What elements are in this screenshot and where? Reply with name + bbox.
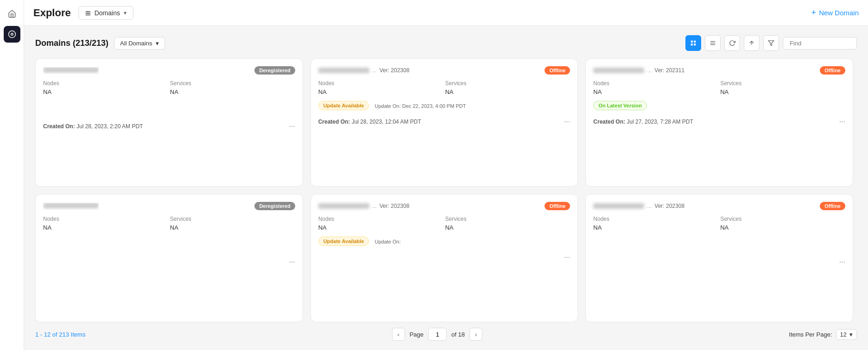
items-per-page-label: Items Per Page: [789, 331, 832, 338]
find-input[interactable] [783, 37, 857, 50]
more-options-button[interactable]: ··· [564, 118, 570, 126]
page-number-input[interactable] [428, 328, 447, 341]
created-on: Created On: Jul 27, 2023, 7:28 AM PDT [593, 119, 693, 125]
card-footer: Created On: Jul 28, 2023, 2:20 AM PDT··· [43, 122, 295, 131]
plus-icon: + [811, 8, 817, 18]
status-badge: Deregistered [254, 202, 295, 210]
page-label: Page [410, 331, 424, 338]
card-stats: NodesServicesNANA [593, 216, 845, 231]
cards-grid: DeregisteredNodesServicesNANACreated On:… [35, 58, 857, 322]
new-domain-label: New Domain [819, 9, 859, 17]
prev-page-button[interactable]: ‹ [392, 328, 405, 341]
new-domain-button[interactable]: + New Domain [811, 8, 859, 18]
on-latest-version-badge: On Latest Version [593, 101, 647, 110]
card-name [43, 67, 99, 74]
status-badge: Offline [545, 66, 570, 75]
top-bar-left: Explore ⊞ Domains ▾ [33, 6, 133, 20]
domain-card[interactable]: ...Ver: 202308OfflineNodesServicesNANA··… [585, 194, 853, 322]
filter-button[interactable] [763, 35, 779, 51]
pagination-right: Items Per Page: 12 ▾ [789, 329, 857, 340]
content-area: Domains (213/213) All Domains ▾ [24, 26, 868, 350]
nodes-value: NA [318, 88, 444, 95]
sidebar-home-icon[interactable] [4, 6, 20, 22]
top-bar: Explore ⊞ Domains ▾ + New Domain [24, 0, 868, 26]
services-value: NA [720, 88, 845, 95]
status-badge: Deregistered [254, 66, 295, 75]
nodes-label: Nodes [318, 216, 444, 222]
next-page-button[interactable]: › [469, 328, 482, 341]
more-options-button[interactable]: ··· [289, 258, 295, 266]
card-stats: NodesServicesNANA [43, 80, 295, 95]
card-header: Deregistered [43, 202, 295, 210]
card-stats: NodesServicesNANA [43, 216, 295, 231]
services-label: Services [170, 80, 295, 87]
domain-card[interactable]: ...Ver: 202311OfflineNodesServicesNANAOn… [585, 58, 853, 187]
items-per-page-value: 12 [840, 331, 847, 338]
card-footer: Created On: Jul 27, 2023, 7:28 AM PDT··· [593, 118, 845, 126]
nodes-label: Nodes [593, 216, 718, 222]
card-header: Deregistered [43, 66, 295, 75]
card-update-row: Update AvailableUpdate On: [318, 237, 570, 246]
svg-point-0 [8, 31, 15, 38]
page-title: Explore [33, 7, 71, 19]
services-value: NA [720, 224, 845, 231]
sort-button[interactable] [744, 35, 760, 51]
domain-card[interactable]: DeregisteredNodesServicesNANACreated On:… [35, 58, 303, 187]
pagination-center: ‹ Page of 18 › [392, 328, 482, 341]
card-footer: Created On: Jul 28, 2023, 12:04 AM PDT··… [318, 118, 570, 126]
status-badge: Offline [820, 66, 845, 75]
grid-view-button[interactable] [685, 35, 701, 51]
services-label: Services [170, 216, 295, 222]
total-pages-label: of 18 [451, 331, 465, 338]
main-content: Explore ⊞ Domains ▾ + New Domain Domains… [24, 0, 868, 350]
status-badge: Offline [545, 202, 570, 210]
card-stats: NodesServicesNANA [318, 80, 570, 95]
filter-chevron-icon: ▾ [156, 40, 159, 47]
pagination-bar: 1 - 12 of 213 Items ‹ Page of 18 › Items… [35, 322, 857, 341]
list-view-button[interactable] [705, 35, 721, 51]
all-domains-filter[interactable]: All Domains ▾ [114, 37, 165, 50]
update-on-info: Update On: Dec 22, 2023, 4:00 PM PDT [374, 101, 466, 110]
card-header: ...Ver: 202308Offline [318, 202, 570, 210]
domain-card[interactable]: ...Ver: 202308OfflineNodesServicesNANAUp… [310, 58, 578, 187]
more-options-button[interactable]: ··· [839, 258, 845, 266]
items-per-page-select[interactable]: 12 ▾ [836, 329, 857, 340]
created-on: Created On: Jul 28, 2023, 12:04 AM PDT [318, 119, 421, 125]
sidebar-explore-icon[interactable] [4, 26, 20, 43]
card-update-row: Update AvailableUpdate On: Dec 22, 2023,… [318, 101, 570, 110]
nodes-value: NA [43, 224, 168, 231]
svg-rect-3 [694, 41, 696, 43]
services-value: NA [170, 224, 295, 231]
refresh-button[interactable] [724, 35, 740, 51]
card-footer: ··· [593, 258, 845, 266]
nodes-label: Nodes [43, 80, 168, 87]
svg-point-1 [11, 33, 13, 36]
more-options-button[interactable]: ··· [839, 118, 845, 126]
card-header: ...Ver: 202308Offline [318, 66, 570, 75]
nodes-value: NA [593, 224, 718, 231]
nodes-label: Nodes [593, 80, 718, 87]
more-options-button[interactable]: ··· [564, 253, 570, 262]
update-available-badge: Update Available [318, 101, 369, 110]
created-on: Created On: Jul 28, 2023, 2:20 AM PDT [43, 123, 143, 130]
sidebar [0, 0, 24, 350]
more-options-button[interactable]: ··· [289, 122, 295, 131]
domains-count-title: Domains (213/213) [35, 38, 108, 48]
services-label: Services [720, 216, 845, 222]
domain-card[interactable]: ...Ver: 202308OfflineNodesServicesNANAUp… [310, 194, 578, 322]
services-label: Services [445, 216, 570, 222]
pagination-range: 1 - 12 of 213 Items [35, 331, 85, 338]
domain-card[interactable]: DeregisteredNodesServicesNANA··· [35, 194, 303, 322]
card-header: ...Ver: 202308Offline [593, 202, 845, 210]
card-update-row: On Latest Version [593, 101, 845, 110]
services-value: NA [445, 224, 570, 231]
status-badge: Offline [820, 202, 845, 210]
card-stats: NodesServicesNANA [593, 80, 845, 95]
update-available-badge: Update Available [318, 237, 369, 246]
grid-icon: ⊞ [85, 9, 91, 17]
empty-update-area [593, 237, 845, 250]
content-header: Domains (213/213) All Domains ▾ [35, 35, 857, 51]
domains-selector[interactable]: ⊞ Domains ▾ [78, 6, 133, 20]
card-footer: ··· [43, 258, 295, 266]
nodes-value: NA [43, 88, 168, 95]
